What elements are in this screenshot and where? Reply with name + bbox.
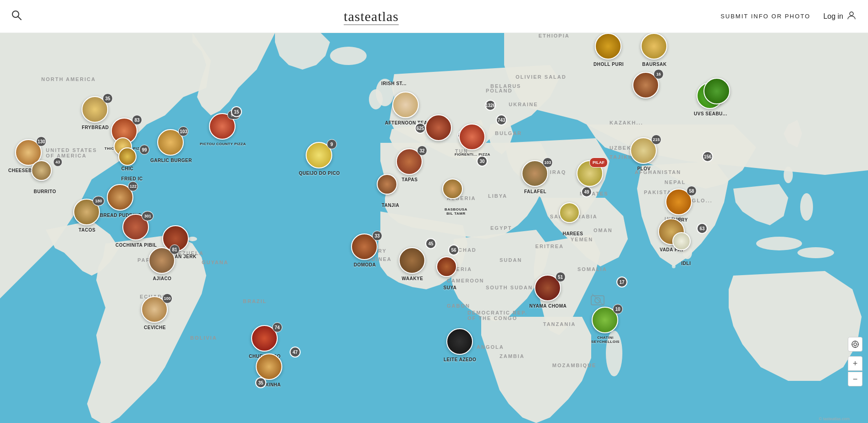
food-pin-basbousa[interactable]: BASBOUSABIL TAMR <box>442 179 470 216</box>
food-pin-ajiaco[interactable]: 81 AJIACO <box>148 247 176 281</box>
food-pin-baursak[interactable]: BAURSAK <box>641 33 668 67</box>
food-pin-bread-pudding[interactable]: 122 BREAD PUDDING <box>100 184 142 218</box>
logo[interactable]: tasteatlas <box>344 9 399 24</box>
food-pin-pictou[interactable]: 564 PICTOU COUNTY PIZZA <box>200 113 246 146</box>
svg-point-14 <box>784 167 793 183</box>
food-pin-garlic-burger[interactable]: 103 GARLIC BURGER <box>150 129 192 163</box>
svg-point-8 <box>369 89 383 109</box>
pin-625[interactable]: 625 <box>415 123 426 134</box>
food-pin-fried[interactable]: 99 FRIED IC <box>118 147 146 181</box>
svg-point-2 <box>850 12 853 16</box>
copyright: © tasteatlas.com <box>819 417 850 421</box>
food-pin-pilaf[interactable]: PILAF <box>577 160 604 188</box>
svg-point-17 <box>595 298 600 303</box>
svg-point-11 <box>797 247 834 258</box>
food-pin-suya[interactable]: SUYA <box>436 256 464 290</box>
svg-point-6 <box>330 47 367 65</box>
food-pin-afternoon-tea[interactable]: AFTERNOON TEA <box>385 92 428 125</box>
map-controls: + − <box>848 337 863 386</box>
locate-button[interactable] <box>848 337 863 352</box>
no-photo-icon <box>590 293 605 308</box>
food-pin-domoda[interactable]: 33 DOMODA <box>351 233 379 267</box>
pin-49[interactable]: 49 <box>581 186 592 197</box>
food-pin-ceviche[interactable]: 100 CEVICHE <box>141 296 169 330</box>
pin-47[interactable]: 47 <box>290 347 301 358</box>
food-pin-idli[interactable]: IDLI <box>672 232 700 266</box>
svg-point-20 <box>852 341 858 347</box>
food-pin-leite-azedo[interactable]: LEITE AZEDO <box>444 328 476 362</box>
pin-17[interactable]: 17 <box>616 277 627 287</box>
food-pin-curry[interactable]: 58 CURRY <box>665 189 693 222</box>
search-icon[interactable] <box>11 10 22 23</box>
food-pin-falafel[interactable]: 103 FALAFEL <box>522 160 549 194</box>
food-pin-top-right-1[interactable]: 16 <box>632 72 660 99</box>
zoom-in-button[interactable]: + <box>848 356 863 371</box>
pin-1326[interactable]: 1326 <box>485 100 496 111</box>
svg-point-15 <box>800 193 813 221</box>
food-pin-burrito[interactable]: 43 BURRITO <box>31 160 59 194</box>
submit-info-button[interactable]: SUBMIT INFO OR PHOTO <box>720 13 810 20</box>
zoom-out-button[interactable]: − <box>848 372 863 386</box>
pin-35-brazil[interactable]: 35 <box>255 377 266 388</box>
header: tasteatlas SUBMIT INFO OR PHOTO Log in <box>0 0 868 33</box>
food-pin-cochinita[interactable]: 301 COCHINITA PIBIL <box>115 214 157 248</box>
food-pin-nyama-choma[interactable]: 51 NYAMA CHOMA <box>529 275 566 309</box>
food-pin-fiorentina[interactable]: FIORENTI... PIZZA <box>455 124 490 157</box>
food-pin-chatini[interactable]: 10 CHATINISEYCHELLOIS <box>591 307 620 344</box>
food-pin-tanjia[interactable]: TANJIA <box>377 174 404 208</box>
food-pin-waakye[interactable]: WAAKYE <box>399 247 426 281</box>
food-pin-dholl-puri[interactable]: DHOLL PURI <box>593 33 624 67</box>
food-pin-top-right-2[interactable] <box>703 78 731 105</box>
food-pin-bistecca[interactable] <box>425 114 453 142</box>
food-pin-plov[interactable]: 215 PLOV <box>630 137 658 171</box>
svg-point-10 <box>756 237 802 250</box>
pin-56[interactable]: 56 <box>448 244 459 255</box>
pin-15[interactable]: 15 <box>231 106 242 117</box>
food-pin-tacos[interactable]: 180 TACOS <box>73 199 101 233</box>
login-button[interactable]: Log in <box>823 10 857 23</box>
pin-30[interactable]: 30 <box>477 156 488 167</box>
pin-45[interactable]: 45 <box>425 238 436 249</box>
svg-point-19 <box>854 343 857 346</box>
food-pin-queijo[interactable]: 9 QUEIJO DO PICO <box>299 142 340 176</box>
header-right: SUBMIT INFO OR PHOTO Log in <box>720 10 857 23</box>
user-icon <box>846 10 857 23</box>
food-pin-irish-stew[interactable]: IRISH ST... <box>381 80 407 86</box>
svg-line-1 <box>18 16 21 20</box>
pin-743[interactable]: 743 <box>496 114 507 125</box>
header-left <box>11 10 22 23</box>
pin-156[interactable]: 156 <box>702 151 713 162</box>
map-container[interactable]: NORTH AMERICA BRAZIL BOLIVIA GUYANA VENE… <box>0 33 868 423</box>
food-pin-harees[interactable]: HAREES <box>559 202 587 236</box>
